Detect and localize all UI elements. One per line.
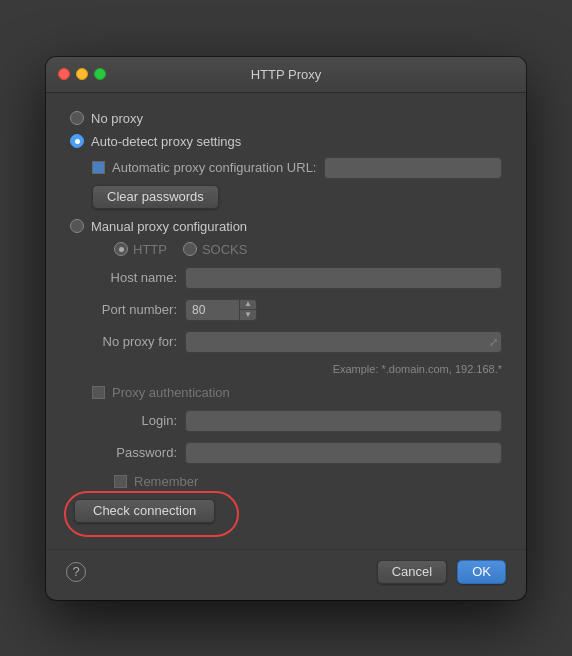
- proxy-auth-checkbox[interactable]: [92, 386, 105, 399]
- example-text: Example: *.domain.com, 192.168.*: [185, 363, 502, 375]
- example-row: Example: *.domain.com, 192.168.*: [70, 363, 502, 375]
- http-radio[interactable]: [114, 242, 128, 256]
- login-label: Login:: [92, 413, 177, 428]
- auto-config-row: Automatic proxy configuration URL:: [70, 157, 502, 179]
- footer-buttons: Cancel OK: [377, 560, 506, 584]
- manual-proxy-label: Manual proxy configuration: [91, 219, 247, 234]
- login-input[interactable]: [185, 410, 502, 432]
- no-proxy-row: No proxy: [70, 111, 502, 126]
- close-button[interactable]: [58, 68, 70, 80]
- check-connection-button[interactable]: Check connection: [74, 499, 215, 523]
- password-row: Password:: [70, 442, 502, 464]
- remember-checkbox[interactable]: [114, 475, 127, 488]
- manual-proxy-radio[interactable]: [70, 219, 84, 233]
- no-proxy-radio[interactable]: [70, 111, 84, 125]
- auto-detect-label: Auto-detect proxy settings: [91, 134, 241, 149]
- no-proxy-for-row: No proxy for: ⤢: [70, 331, 502, 353]
- title-bar: HTTP Proxy: [46, 57, 526, 93]
- host-name-label: Host name:: [92, 270, 177, 285]
- ok-button[interactable]: OK: [457, 560, 506, 584]
- password-input[interactable]: [185, 442, 502, 464]
- auto-detect-radio[interactable]: [70, 134, 84, 148]
- proxy-auth-label: Proxy authentication: [112, 385, 230, 400]
- host-name-row: Host name:: [70, 267, 502, 289]
- port-spinner: ▲ ▼: [240, 299, 257, 321]
- socks-label: SOCKS: [202, 242, 248, 257]
- port-increment-button[interactable]: ▲: [240, 300, 256, 311]
- auto-detect-row: Auto-detect proxy settings: [70, 134, 502, 149]
- http-protocol-item: HTTP: [114, 242, 167, 257]
- password-label: Password:: [92, 445, 177, 460]
- port-input-wrap: ▲ ▼: [185, 299, 257, 321]
- traffic-lights: [58, 68, 106, 80]
- socks-radio[interactable]: [183, 242, 197, 256]
- port-input[interactable]: [185, 299, 240, 321]
- socks-protocol-item: SOCKS: [183, 242, 248, 257]
- auto-config-checkbox[interactable]: [92, 161, 105, 174]
- proxy-auth-row: Proxy authentication: [70, 385, 502, 400]
- port-number-label: Port number:: [92, 302, 177, 317]
- check-connection-wrap: Check connection: [74, 499, 215, 523]
- window-title: HTTP Proxy: [251, 67, 322, 82]
- auto-config-label: Automatic proxy configuration URL:: [112, 160, 316, 175]
- remember-row: Remember: [70, 474, 502, 489]
- port-decrement-button[interactable]: ▼: [240, 310, 256, 320]
- minimize-button[interactable]: [76, 68, 88, 80]
- check-connection-area: Check connection: [70, 499, 215, 523]
- manual-proxy-row: Manual proxy configuration: [70, 219, 502, 234]
- cancel-button[interactable]: Cancel: [377, 560, 447, 584]
- no-proxy-for-input[interactable]: [185, 331, 502, 353]
- dialog-window: HTTP Proxy No proxy Auto-detect proxy se…: [46, 57, 526, 600]
- no-proxy-label: No proxy: [91, 111, 143, 126]
- host-name-input[interactable]: [185, 267, 502, 289]
- help-button[interactable]: ?: [66, 562, 86, 582]
- auto-config-url-input[interactable]: [324, 157, 502, 179]
- no-proxy-input-wrap: ⤢: [185, 331, 502, 353]
- protocol-row: HTTP SOCKS: [70, 242, 502, 257]
- http-label: HTTP: [133, 242, 167, 257]
- clear-passwords-button[interactable]: Clear passwords: [92, 185, 219, 209]
- login-row: Login:: [70, 410, 502, 432]
- port-number-row: Port number: ▲ ▼: [70, 299, 502, 321]
- dialog-footer: ? Cancel OK: [46, 549, 526, 600]
- expand-icon[interactable]: ⤢: [489, 335, 498, 348]
- dialog-content: No proxy Auto-detect proxy settings Auto…: [46, 93, 526, 543]
- remember-label: Remember: [134, 474, 198, 489]
- maximize-button[interactable]: [94, 68, 106, 80]
- clear-passwords-row: Clear passwords: [70, 185, 502, 209]
- no-proxy-for-label: No proxy for:: [92, 334, 177, 349]
